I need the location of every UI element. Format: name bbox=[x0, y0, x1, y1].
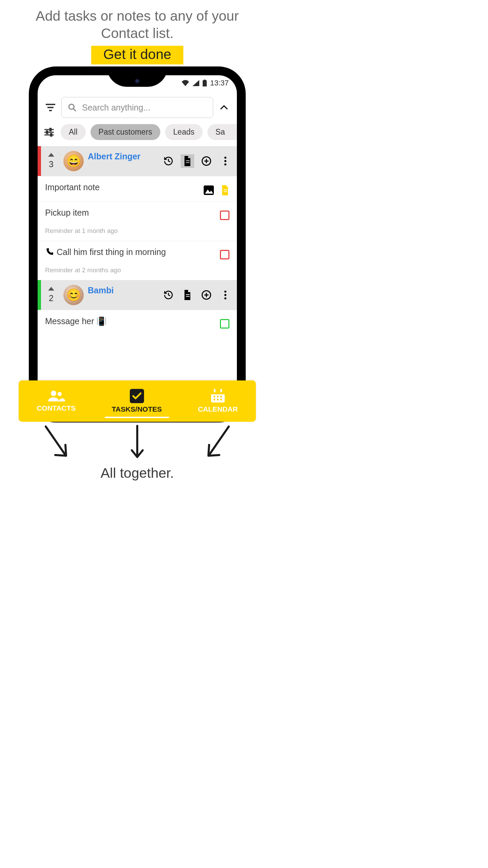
task-row[interactable]: Message her 📳 bbox=[38, 310, 237, 335]
task-checkbox[interactable] bbox=[220, 319, 229, 329]
svg-rect-2 bbox=[46, 104, 55, 105]
svg-rect-26 bbox=[186, 296, 190, 297]
svg-rect-8 bbox=[50, 128, 51, 131]
triangle-up-icon bbox=[48, 153, 54, 157]
svg-line-45 bbox=[46, 427, 65, 455]
contact-header-bambi[interactable]: 2 😊 Bambi bbox=[38, 280, 237, 310]
add-circle-icon[interactable] bbox=[200, 154, 213, 168]
people-icon bbox=[47, 390, 65, 402]
active-indicator bbox=[105, 417, 169, 418]
avatar[interactable]: 😊 bbox=[63, 285, 84, 305]
phone-icon bbox=[45, 248, 54, 256]
svg-rect-10 bbox=[46, 131, 48, 134]
nav-calendar[interactable]: CALENDAR bbox=[198, 389, 238, 413]
avatar[interactable]: 😄 bbox=[63, 151, 84, 171]
svg-rect-40 bbox=[217, 396, 219, 397]
nav-tasks-notes[interactable]: TASKS/NOTES bbox=[112, 389, 162, 413]
task-checkbox[interactable] bbox=[220, 250, 229, 259]
svg-rect-38 bbox=[220, 389, 222, 392]
svg-rect-37 bbox=[214, 389, 216, 392]
cellular-icon bbox=[192, 80, 199, 86]
arrow-icon bbox=[130, 424, 144, 461]
contact-header-albert[interactable]: 3 😄 Albert Zinger bbox=[38, 146, 237, 176]
wifi-icon bbox=[182, 80, 189, 86]
filter-icon[interactable] bbox=[44, 101, 57, 114]
task-row[interactable]: Pickup item Reminder at 1 month ago bbox=[38, 201, 237, 241]
triangle-up-icon bbox=[48, 287, 54, 291]
nav-contacts[interactable]: CONTACTS bbox=[37, 390, 76, 412]
chip-all[interactable]: All bbox=[61, 124, 86, 140]
page-heading: Add tasks or notes to any of your Contac… bbox=[0, 0, 274, 46]
svg-rect-23 bbox=[224, 190, 227, 190]
count-value: 2 bbox=[49, 293, 54, 303]
chip-next-partial[interactable]: Sa bbox=[207, 124, 237, 140]
check-box-icon bbox=[130, 389, 144, 403]
svg-rect-25 bbox=[186, 294, 190, 295]
svg-rect-44 bbox=[220, 399, 222, 400]
status-time: 13:37 bbox=[210, 79, 229, 87]
svg-rect-36 bbox=[211, 391, 225, 394]
svg-rect-4 bbox=[49, 110, 52, 111]
search-icon bbox=[68, 103, 77, 112]
search-row: Search anything... bbox=[38, 91, 237, 123]
tune-icon[interactable] bbox=[42, 125, 56, 139]
svg-line-6 bbox=[73, 108, 76, 111]
calendar-icon bbox=[210, 389, 225, 403]
svg-point-32 bbox=[224, 297, 226, 299]
front-camera bbox=[135, 79, 140, 83]
task-row[interactable]: Call him first thing in morning Reminder… bbox=[38, 241, 237, 280]
arrow-icon bbox=[39, 424, 73, 461]
svg-point-33 bbox=[51, 391, 56, 396]
history-icon[interactable] bbox=[162, 154, 175, 168]
contact-name[interactable]: Bambi bbox=[88, 285, 158, 295]
task-title: Call him first thing in morning bbox=[45, 247, 166, 257]
nav-label: CONTACTS bbox=[37, 404, 76, 412]
count-value: 3 bbox=[49, 159, 54, 169]
task-reminder: Reminder at 1 month ago bbox=[45, 227, 118, 235]
note-row[interactable]: Important note bbox=[38, 176, 237, 201]
svg-point-19 bbox=[224, 160, 226, 162]
contact-name[interactable]: Albert Zinger bbox=[88, 152, 158, 161]
task-reminder: Reminder at 2 months ago bbox=[45, 267, 166, 274]
filter-chips-row: All Past customers Leads Sa bbox=[38, 123, 237, 146]
bottom-nav: CONTACTS TASKS/NOTES CALENDAR bbox=[19, 380, 256, 422]
chip-leads[interactable]: Leads bbox=[165, 124, 203, 140]
task-checkbox[interactable] bbox=[220, 211, 229, 220]
phone-frame: 13:37 Search anything... All Past custom… bbox=[29, 66, 246, 422]
history-icon[interactable] bbox=[162, 288, 175, 302]
document-icon[interactable] bbox=[181, 154, 194, 168]
svg-point-20 bbox=[224, 163, 226, 165]
svg-rect-3 bbox=[47, 107, 54, 108]
nav-label: CALENDAR bbox=[198, 405, 238, 413]
svg-rect-39 bbox=[214, 396, 215, 397]
svg-rect-42 bbox=[214, 399, 215, 400]
arrows bbox=[0, 424, 274, 461]
task-title: Pickup item bbox=[45, 208, 118, 218]
chevron-up-icon[interactable] bbox=[217, 101, 231, 114]
svg-point-30 bbox=[224, 291, 226, 293]
battery-icon bbox=[203, 80, 207, 86]
svg-rect-12 bbox=[50, 134, 52, 136]
footer-text: All together. bbox=[0, 465, 274, 481]
svg-point-31 bbox=[224, 294, 226, 296]
svg-point-18 bbox=[224, 157, 226, 159]
arrow-icon bbox=[202, 424, 236, 461]
more-vert-icon[interactable] bbox=[219, 154, 232, 168]
svg-rect-13 bbox=[186, 160, 190, 161]
search-input[interactable]: Search anything... bbox=[61, 97, 213, 118]
contact-count: 2 bbox=[43, 287, 59, 303]
nav-label: TASKS/NOTES bbox=[112, 405, 162, 413]
svg-rect-14 bbox=[186, 162, 190, 163]
svg-rect-43 bbox=[217, 399, 219, 400]
search-placeholder: Search anything... bbox=[82, 103, 150, 113]
document-icon[interactable] bbox=[181, 288, 194, 302]
svg-rect-41 bbox=[220, 396, 222, 397]
image-icon bbox=[204, 185, 214, 195]
svg-line-47 bbox=[209, 427, 229, 455]
contact-count: 3 bbox=[43, 153, 59, 169]
note-title: Important note bbox=[45, 182, 100, 192]
add-circle-icon[interactable] bbox=[200, 288, 213, 302]
chip-past-customers[interactable]: Past customers bbox=[90, 124, 161, 140]
page-subheading: Get it done bbox=[91, 46, 184, 64]
more-vert-icon[interactable] bbox=[219, 288, 232, 302]
